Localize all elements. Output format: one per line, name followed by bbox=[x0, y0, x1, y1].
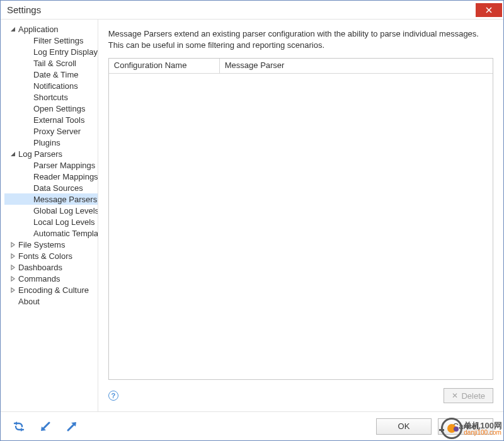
table-body bbox=[109, 74, 493, 379]
tree-item-dashboards[interactable]: Dashboards bbox=[4, 261, 98, 273]
svg-marker-6 bbox=[11, 265, 14, 270]
close-icon bbox=[486, 7, 492, 13]
svg-marker-4 bbox=[11, 243, 14, 247]
tree-item-label: Dashboards bbox=[18, 263, 62, 272]
tree-item-label: Application bbox=[18, 25, 59, 34]
tree-item-open-settings[interactable]: Open Settings bbox=[4, 103, 98, 114]
tree-item-encoding-culture[interactable]: Encoding & Culture bbox=[4, 284, 98, 295]
ok-button-label: OK bbox=[398, 421, 410, 431]
tree-item-commands[interactable]: Commands bbox=[4, 273, 98, 284]
window-title: Settings bbox=[7, 4, 41, 15]
section-description: Message Parsers extend an existing parse… bbox=[108, 28, 493, 50]
tree-item-label: Message Parsers bbox=[33, 195, 97, 204]
settings-tree: ApplicationFilter SettingsLog Entry Disp… bbox=[1, 20, 98, 411]
expander-expanded-icon[interactable] bbox=[8, 25, 17, 33]
tree-item-parser-mappings[interactable]: Parser Mappings bbox=[4, 159, 98, 171]
tree-item-label: Shortcuts bbox=[33, 93, 68, 102]
bottom-bar: OK Cancel bbox=[1, 411, 503, 440]
export-arrow-icon bbox=[66, 420, 78, 433]
tree-item-application[interactable]: Application bbox=[4, 23, 98, 35]
tree-item-automatic-templates[interactable]: Automatic Templates bbox=[4, 227, 98, 239]
delete-button: ✕ Delete bbox=[444, 388, 493, 403]
expander-spacer bbox=[8, 297, 17, 306]
tree-item-about[interactable]: About bbox=[4, 295, 98, 307]
svg-marker-3 bbox=[11, 152, 15, 156]
tree-item-label: Plugins bbox=[33, 138, 60, 147]
tree-item-label: Filter Settings bbox=[33, 36, 83, 45]
tree-item-label: About bbox=[18, 297, 40, 306]
tree-item-label: Encoding & Culture bbox=[18, 285, 89, 295]
tree-item-label: Local Log Levels bbox=[33, 217, 95, 227]
tree-item-label: File Systems bbox=[18, 240, 65, 249]
delete-x-icon: ✕ bbox=[452, 391, 458, 400]
close-button[interactable] bbox=[476, 3, 502, 17]
tree-item-label: Parser Mappings bbox=[33, 161, 95, 170]
svg-marker-7 bbox=[11, 277, 14, 281]
svg-marker-9 bbox=[14, 421, 17, 425]
tree-item-filter-settings[interactable]: Filter Settings bbox=[4, 35, 98, 46]
tree-item-external-tools[interactable]: External Tools bbox=[4, 114, 98, 125]
column-header-config-name[interactable]: Configuration Name bbox=[109, 59, 220, 73]
table-header: Configuration Name Message Parser bbox=[109, 59, 493, 74]
expander-collapsed-icon[interactable] bbox=[8, 251, 17, 260]
message-parsers-table[interactable]: Configuration Name Message Parser bbox=[108, 58, 493, 380]
svg-marker-8 bbox=[11, 288, 14, 292]
tree-item-log-entry-display[interactable]: Log Entry Display bbox=[4, 46, 98, 57]
ok-button[interactable]: OK bbox=[376, 418, 432, 435]
tree-item-label: Commands bbox=[18, 274, 60, 284]
tree-item-label: Reader Mappings bbox=[33, 172, 98, 181]
tree-item-local-log-levels[interactable]: Local Log Levels bbox=[4, 216, 98, 227]
tree-item-tail-scroll[interactable]: Tail & Scroll bbox=[4, 57, 98, 69]
svg-line-13 bbox=[68, 424, 74, 430]
content-pane: Message Parsers extend an existing parse… bbox=[98, 20, 503, 411]
tree-item-notifications[interactable]: Notifications bbox=[4, 80, 98, 91]
settings-window: Settings ApplicationFilter SettingsLog E… bbox=[0, 0, 504, 441]
import-arrow-icon bbox=[39, 420, 52, 433]
import-button[interactable] bbox=[38, 420, 52, 433]
tree-item-label: Proxy Server bbox=[33, 127, 81, 136]
svg-marker-2 bbox=[11, 27, 15, 32]
titlebar: Settings bbox=[1, 1, 503, 20]
tree-item-message-parsers[interactable]: Message Parsers bbox=[4, 193, 98, 205]
expander-collapsed-icon[interactable] bbox=[8, 285, 17, 294]
tree-item-fonts-colors[interactable]: Fonts & Colors bbox=[4, 250, 98, 261]
tree-item-plugins[interactable]: Plugins bbox=[4, 137, 98, 148]
refresh-button[interactable] bbox=[12, 420, 26, 433]
delete-button-label: Delete bbox=[461, 391, 485, 401]
svg-line-11 bbox=[43, 423, 49, 429]
tree-item-label: Log Entry Display bbox=[33, 47, 98, 57]
tree-item-label: Tail & Scroll bbox=[33, 59, 76, 68]
expander-collapsed-icon[interactable] bbox=[8, 240, 17, 249]
tree-item-reader-mappings[interactable]: Reader Mappings bbox=[4, 171, 98, 182]
tree-item-label: Date & Time bbox=[33, 70, 79, 79]
expander-collapsed-icon[interactable] bbox=[8, 263, 17, 272]
dialog-body: ApplicationFilter SettingsLog Entry Disp… bbox=[1, 20, 503, 411]
tree-item-file-systems[interactable]: File Systems bbox=[4, 239, 98, 250]
help-icon[interactable]: ? bbox=[108, 391, 118, 401]
bottom-right-buttons: OK Cancel bbox=[376, 418, 493, 435]
svg-marker-10 bbox=[21, 428, 23, 432]
tree-item-date-time[interactable]: Date & Time bbox=[4, 69, 98, 80]
content-footer: ? ✕ Delete bbox=[108, 385, 493, 406]
cancel-button[interactable]: Cancel bbox=[438, 418, 493, 435]
svg-marker-5 bbox=[11, 254, 14, 258]
export-button[interactable] bbox=[65, 420, 79, 433]
tree-item-log-parsers[interactable]: Log Parsers bbox=[4, 148, 98, 159]
expander-collapsed-icon[interactable] bbox=[8, 274, 17, 283]
tree-item-shortcuts[interactable]: Shortcuts bbox=[4, 91, 98, 103]
tree-item-proxy-server[interactable]: Proxy Server bbox=[4, 125, 98, 137]
tree-item-label: Automatic Templates bbox=[33, 229, 98, 238]
tree-item-label: Notifications bbox=[33, 81, 78, 91]
tree-item-label: Fonts & Colors bbox=[18, 251, 72, 261]
tree-item-global-log-levels[interactable]: Global Log Levels bbox=[4, 205, 98, 216]
tree-item-label: Open Settings bbox=[33, 104, 85, 113]
tree-item-label: Global Log Levels bbox=[33, 206, 98, 215]
column-header-message-parser[interactable]: Message Parser bbox=[220, 59, 493, 73]
tree-item-label: External Tools bbox=[33, 115, 84, 125]
expander-expanded-icon[interactable] bbox=[8, 149, 17, 158]
refresh-icon bbox=[13, 421, 25, 432]
tree-item-label: Log Parsers bbox=[18, 149, 62, 159]
tree-item-label: Data Sources bbox=[33, 183, 83, 193]
tree-item-data-sources[interactable]: Data Sources bbox=[4, 182, 98, 193]
cancel-button-label: Cancel bbox=[453, 421, 478, 431]
